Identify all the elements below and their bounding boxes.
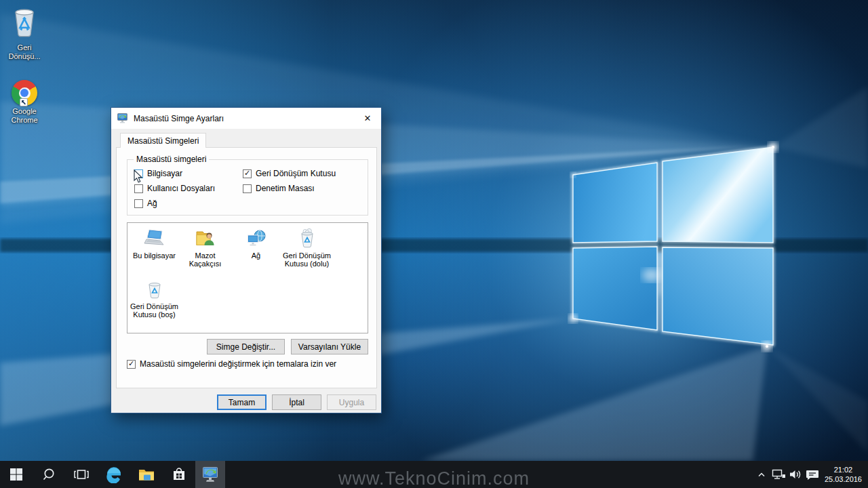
list-item-label: Geri Dönüşüm Kutusu (dolu) xyxy=(281,251,332,268)
desktop-icon-label: Google Chrome xyxy=(3,107,46,125)
restore-defaults-button[interactable]: Varsayılanı Yükle xyxy=(291,339,368,354)
checkbox-box xyxy=(243,184,252,193)
list-item-label: Ağ xyxy=(231,251,281,260)
search-button[interactable] xyxy=(33,461,65,488)
list-item-this-pc[interactable]: Bu bilgisayar xyxy=(129,227,180,260)
ok-button[interactable]: Tamam xyxy=(217,394,267,410)
desktop-icon-settings-dialog: Masaüstü Simge Ayarları ✕ Masaüstü Simge… xyxy=(111,107,382,413)
desktop: Geri Dönüşü... Google Chrome Masaüstü Si… xyxy=(0,0,868,488)
desktop-icon-label: Geri Dönüşü... xyxy=(3,43,46,61)
clock-date: 25.03.2016 xyxy=(825,474,862,484)
list-item-recycle-bin-full[interactable]: Geri Dönüşüm Kutusu (dolu) xyxy=(281,227,332,268)
hidden-icons-chevron[interactable] xyxy=(753,461,770,488)
allow-themes-checkbox[interactable]: Masaüstü simgelerini değiştirmek için te… xyxy=(127,359,336,369)
checkbox-label: Ağ xyxy=(147,199,157,208)
close-button[interactable]: ✕ xyxy=(354,108,381,128)
clock-time: 21:02 xyxy=(825,465,862,474)
file-explorer-icon xyxy=(138,466,155,483)
ethernet-network-icon xyxy=(771,468,786,481)
checkbox-label: Kullanıcı Dosyaları xyxy=(147,184,215,193)
desktop-icon-google-chrome[interactable]: Google Chrome xyxy=(3,80,46,125)
display-settings-icon xyxy=(117,113,129,123)
network-icon xyxy=(231,227,281,249)
windows-start-icon xyxy=(9,468,23,481)
checkbox-network[interactable]: Ağ xyxy=(134,199,157,208)
checkbox-control-panel[interactable]: Denetim Masası xyxy=(243,184,315,193)
list-item-label: Geri Dönüşüm Kutusu (boş) xyxy=(129,302,180,319)
chrome-icon xyxy=(12,80,37,106)
list-item-recycle-bin-empty[interactable]: Geri Dönüşüm Kutusu (boş) xyxy=(129,278,180,319)
mouse-cursor xyxy=(134,169,144,184)
change-icon-button[interactable]: Simge Değiştir... xyxy=(207,339,285,354)
chevron-up-icon xyxy=(756,469,767,480)
volume-tray-button[interactable] xyxy=(787,461,804,488)
list-item-label: Bu bilgisayar xyxy=(129,251,180,260)
system-tray: 21:02 25.03.2016 xyxy=(753,461,868,488)
dialog-title: Masaüstü Simge Ayarları xyxy=(134,114,224,123)
edge-button[interactable] xyxy=(98,461,130,488)
checkbox-box xyxy=(243,169,252,178)
checkbox-box xyxy=(134,199,143,208)
list-item-user-files[interactable]: Mazot Kaçakçısı xyxy=(180,227,231,268)
list-item-label: Mazot Kaçakçısı xyxy=(180,251,231,268)
recycle-bin-full-icon xyxy=(281,227,332,249)
taskbar-clock[interactable]: 21:02 25.03.2016 xyxy=(821,461,868,488)
desktop-icon-recycle-bin[interactable]: Geri Dönüşü... xyxy=(3,5,46,61)
watermark: www.TeknoCinim.com xyxy=(338,468,530,488)
desktop-icons-groupbox: Masaüstü simgeleri Bilgisayar Kullanıcı … xyxy=(127,159,368,216)
recycle-bin-icon xyxy=(9,5,39,39)
checkbox-box xyxy=(127,360,136,369)
checkbox-box xyxy=(134,184,143,193)
checkbox-label: Masaüstü simgelerini değiştirmek için te… xyxy=(140,359,336,369)
tab-page: Masaüstü simgeleri Bilgisayar Kullanıcı … xyxy=(116,147,377,388)
checkbox-label: Bilgisayar xyxy=(147,169,182,178)
store-icon xyxy=(171,466,187,483)
speaker-icon xyxy=(788,468,803,481)
action-center-button[interactable] xyxy=(804,461,821,488)
tab-desktop-icons[interactable]: Masaüstü Simgeleri xyxy=(120,133,206,148)
taskbar-app-desktop-icon-settings[interactable] xyxy=(195,461,225,488)
network-tray-button[interactable] xyxy=(770,461,787,488)
user-files-icon xyxy=(180,227,231,249)
dialog-titlebar[interactable]: Masaüstü Simge Ayarları ✕ xyxy=(111,108,381,129)
display-settings-icon xyxy=(201,466,219,483)
apply-button[interactable]: Uygula xyxy=(327,394,376,410)
file-explorer-button[interactable] xyxy=(130,461,163,488)
task-view-icon xyxy=(73,467,90,482)
task-view-button[interactable] xyxy=(65,461,98,488)
recycle-bin-empty-icon xyxy=(129,278,180,300)
checkbox-recycle-bin[interactable]: Geri Dönüşüm Kutusu xyxy=(243,169,336,178)
icon-preview-list: Bu bilgisayar Mazot Kaçakçısı xyxy=(127,222,368,333)
store-button[interactable] xyxy=(163,461,195,488)
groupbox-label: Masaüstü simgeleri xyxy=(134,155,209,164)
checkbox-label: Geri Dönüşüm Kutusu xyxy=(256,169,336,178)
edge-icon xyxy=(105,466,123,483)
checkbox-user-files[interactable]: Kullanıcı Dosyaları xyxy=(134,184,215,193)
list-item-network[interactable]: Ağ xyxy=(231,227,281,260)
search-icon xyxy=(41,467,56,482)
cancel-button[interactable]: İptal xyxy=(272,394,321,410)
checkbox-label: Denetim Masası xyxy=(256,184,315,193)
start-button[interactable] xyxy=(0,461,33,488)
action-center-icon xyxy=(805,468,820,481)
shortcut-arrow-icon xyxy=(20,98,28,106)
this-pc-icon xyxy=(129,227,180,249)
